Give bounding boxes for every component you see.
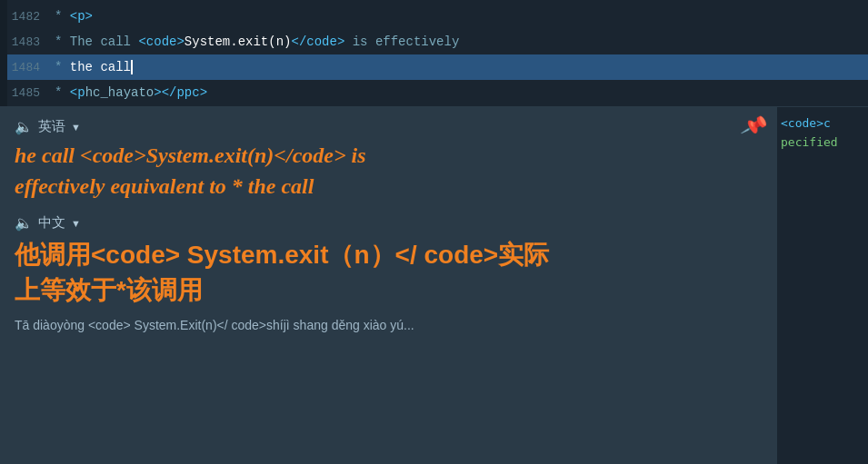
- translation-panel: 📌 🔈 英语 ▼ he call <code>System.exit(n)</c…: [0, 107, 777, 464]
- english-lang-text: 英语: [38, 118, 65, 135]
- line-content-1484: * the call: [55, 60, 133, 74]
- right-code-line-2: pecified: [781, 133, 864, 153]
- line-content-1483: * The call <code>System.exit(n)</code> i…: [55, 35, 459, 49]
- code-line-1485: 1485 * <phc_hayato></ppc>: [0, 80, 868, 105]
- chinese-translation-text: 他调用<code> System.exit（n）</ code>实际上等效于*该…: [15, 237, 763, 308]
- line-number-1484: 1484: [0, 61, 55, 74]
- english-dropdown-arrow[interactable]: ▼: [71, 122, 81, 133]
- line-number-1483: 1483: [0, 35, 55, 49]
- right-panel: <code>c pecified: [777, 107, 868, 464]
- code-line-1483: 1483 * The call <code>System.exit(n)</co…: [0, 29, 868, 54]
- english-lang-label: 🔈 英语 ▼: [15, 118, 763, 135]
- line-content-1485: * <phc_hayato></ppc>: [55, 85, 207, 100]
- english-section: 🔈 英语 ▼ he call <code>System.exit(n)</cod…: [15, 118, 763, 202]
- transliteration-text: Tā diàoyòng <code> System.Exit(n)</ code…: [15, 318, 763, 332]
- code-editor: 1482 * <p> 1483 * The call <code>System.…: [0, 0, 868, 107]
- code-line-1484: 1484 * the call: [0, 54, 868, 80]
- chinese-lang-text: 中文: [38, 214, 65, 232]
- code-line-1482: 1482 * <p>: [0, 4, 868, 29]
- code-lines: 1482 * <p> 1483 * The call <code>System.…: [0, 0, 868, 107]
- left-scrollbar: [0, 0, 7, 106]
- right-code-content: <code>c pecified: [777, 107, 868, 160]
- line-number-1485: 1485: [0, 86, 55, 100]
- chinese-lang-label: 🔈 中文 ▼: [15, 214, 763, 232]
- chinese-speaker-icon[interactable]: 🔈: [15, 214, 33, 232]
- right-code-line-1: <code>c: [781, 114, 864, 133]
- chinese-dropdown-arrow[interactable]: ▼: [71, 218, 81, 229]
- line-content-1482: * <p>: [55, 9, 93, 24]
- english-speaker-icon[interactable]: 🔈: [15, 118, 33, 135]
- english-translation-text: he call <code>System.exit(n)</code> isef…: [15, 141, 763, 202]
- line-number-1482: 1482: [0, 10, 55, 24]
- chinese-section: 🔈 中文 ▼ 他调用<code> System.exit（n）</ code>实…: [15, 214, 763, 331]
